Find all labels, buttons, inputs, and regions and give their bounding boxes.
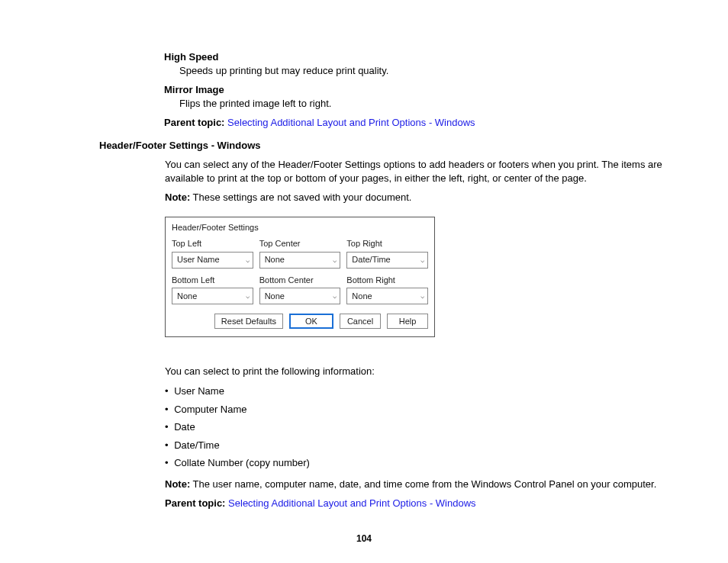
header-footer-dialog: Header/Footer Settings Top Left User Nam… [165,217,435,338]
parent-topic-label: Parent topic: [164,117,224,128]
chevron-down-icon: ⌵ [246,291,250,301]
label-top-center: Top Center [259,238,341,249]
select-bottom-center[interactable]: None ⌵ [259,288,341,304]
help-button[interactable]: Help [387,314,428,329]
page-number: 104 [0,532,728,545]
select-bottom-left[interactable]: None ⌵ [172,288,253,304]
list-intro: You can select to print the following in… [165,365,667,378]
section-heading: Header/Footer Settings - Windows [99,139,697,153]
select-top-center[interactable]: None ⌵ [259,252,341,269]
term-high-speed: High Speed [164,50,697,64]
note-2: Note: The user name, computer name, date… [165,478,667,491]
term-mirror-image: Mirror Image [164,83,697,97]
chevron-down-icon: ⌵ [333,291,337,301]
definition-mirror-image: Flips the printed image left to right. [179,97,697,111]
label-top-right: Top Right [346,238,428,249]
info-list: User Name Computer Name Date Date/Time C… [165,384,697,470]
select-top-right[interactable]: Date/Time ⌵ [346,252,428,269]
dialog-title: Header/Footer Settings [166,217,434,236]
chevron-down-icon: ⌵ [333,256,337,265]
ok-button[interactable]: OK [289,314,333,329]
list-item: Date/Time [165,439,697,452]
parent-topic-label: Parent topic: [165,497,225,509]
note-1: Note: These settings are not saved with … [165,191,667,204]
cancel-button[interactable]: Cancel [340,314,381,329]
list-item: Collate Number (copy number) [165,456,697,470]
list-item: User Name [165,384,697,398]
label-bottom-right: Bottom Right [346,275,428,286]
definition-high-speed: Speeds up printing but may reduce print … [179,64,697,78]
label-bottom-center: Bottom Center [259,275,341,286]
parent-topic-bottom: Parent topic: Selecting Additional Layou… [165,497,667,510]
select-top-left[interactable]: User Name ⌵ [172,252,253,269]
parent-topic-link[interactable]: Selecting Additional Layout and Print Op… [228,497,475,509]
reset-defaults-button[interactable]: Reset Defaults [214,314,283,329]
select-bottom-right[interactable]: None ⌵ [346,288,428,304]
section-intro: You can select any of the Header/Footer … [165,158,667,185]
chevron-down-icon: ⌵ [246,256,250,265]
list-item: Computer Name [165,403,697,417]
label-bottom-left: Bottom Left [172,275,253,286]
parent-topic-top: Parent topic: Selecting Additional Layou… [164,116,697,130]
label-top-left: Top Left [172,238,253,249]
parent-topic-link[interactable]: Selecting Additional Layout and Print Op… [227,117,475,128]
chevron-down-icon: ⌵ [420,256,424,265]
list-item: Date [165,420,697,434]
chevron-down-icon: ⌵ [420,291,424,301]
